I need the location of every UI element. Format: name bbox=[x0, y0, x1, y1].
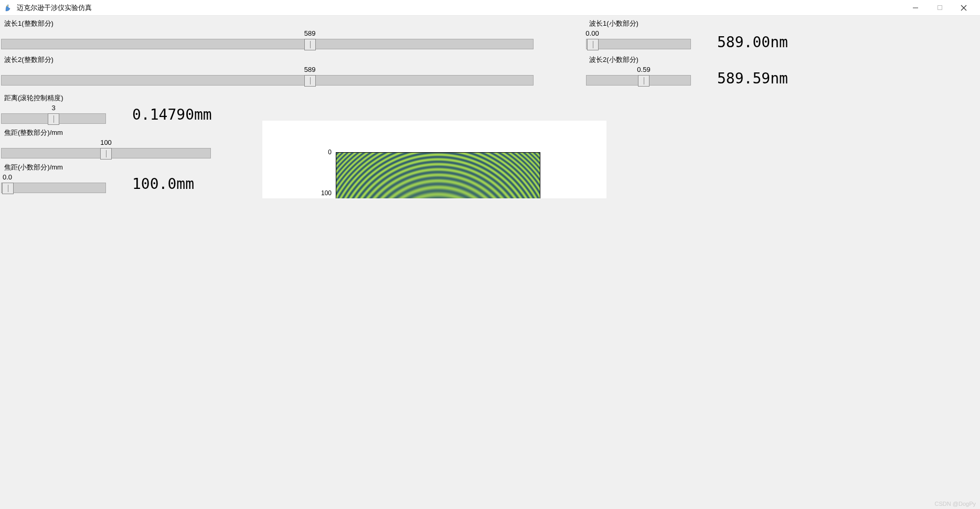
focal-int-label: 焦距(整数部分)/mm bbox=[1, 127, 211, 139]
focal-result: 100.0mm bbox=[132, 175, 194, 193]
wl2-int-slider[interactable] bbox=[1, 75, 534, 86]
maximize-button[interactable] bbox=[928, 0, 952, 16]
dist-thumb[interactable] bbox=[48, 113, 59, 125]
wl1-dec-thumb[interactable] bbox=[587, 39, 599, 50]
wl1-dec-value: 0.00 bbox=[585, 29, 599, 37]
wl1-dec-label: 波长1(小数部分) bbox=[586, 18, 691, 29]
wl2-int-value: 589 bbox=[304, 66, 316, 73]
wl1-int-label: 波长1(整数部分) bbox=[1, 18, 534, 29]
interference-plot: 0 100 200 300 400 0 100 200 300 400 bbox=[336, 152, 540, 198]
wl2-int-label: 波长2(整数部分) bbox=[1, 54, 534, 66]
focal-dec-thumb[interactable] bbox=[2, 183, 14, 194]
plot-panel: 0 100 200 300 400 0 100 200 300 400 bbox=[262, 121, 606, 198]
focal-int-value: 100 bbox=[100, 139, 112, 146]
svg-point-0 bbox=[7, 5, 8, 6]
y-tick: 100 bbox=[321, 189, 332, 197]
dist-result: 0.14790mm bbox=[132, 106, 212, 123]
wl1-result: 589.00nm bbox=[717, 34, 788, 51]
close-button[interactable] bbox=[952, 0, 976, 16]
app-icon bbox=[4, 4, 13, 12]
dist-label: 距离(滚轮控制精度) bbox=[1, 92, 106, 104]
wl1-int-thumb[interactable] bbox=[304, 39, 316, 50]
wl1-int-value: 589 bbox=[304, 29, 316, 37]
titlebar: 迈克尔逊干涉仪实验仿真 bbox=[0, 0, 980, 16]
wl2-result: 589.59nm bbox=[717, 70, 788, 87]
wl2-dec-label: 波长2(小数部分) bbox=[586, 54, 691, 66]
dist-value: 3 bbox=[51, 104, 55, 112]
window-title: 迈克尔逊干涉仪实验仿真 bbox=[17, 3, 903, 13]
focal-dec-value: 0.0 bbox=[3, 173, 12, 181]
minimize-button[interactable] bbox=[903, 0, 928, 16]
focal-int-slider[interactable] bbox=[1, 148, 211, 158]
wl2-int-thumb[interactable] bbox=[304, 75, 316, 87]
dist-slider[interactable] bbox=[1, 113, 106, 124]
svg-rect-2 bbox=[938, 6, 942, 10]
focal-int-thumb[interactable] bbox=[100, 148, 112, 160]
y-tick: 0 bbox=[328, 149, 332, 156]
wl2-dec-thumb[interactable] bbox=[638, 75, 649, 87]
wl2-dec-slider[interactable] bbox=[586, 75, 691, 86]
wl1-dec-slider[interactable] bbox=[586, 39, 691, 49]
wl2-dec-value: 0.59 bbox=[637, 66, 650, 73]
focal-dec-slider[interactable] bbox=[1, 183, 106, 193]
wl1-int-slider[interactable] bbox=[1, 39, 534, 49]
focal-dec-label: 焦距(小数部分)/mm bbox=[1, 162, 106, 173]
